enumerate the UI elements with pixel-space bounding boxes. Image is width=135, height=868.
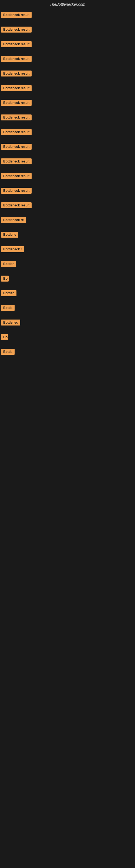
list-item: Bottleneck result	[0, 24, 135, 36]
bottleneck-badge[interactable]: Bottleneck re	[1, 217, 26, 223]
bottleneck-badge[interactable]: Bo	[1, 334, 8, 340]
bottleneck-badge[interactable]: Bottleneck result	[1, 188, 32, 194]
list-item: Bottleneck result	[0, 54, 135, 65]
list-item: Bo	[0, 273, 135, 285]
list-item: Bottleneck result	[0, 10, 135, 21]
list-item: Bottleneck result	[0, 68, 135, 80]
site-title: TheBottlenecker.com	[0, 0, 135, 9]
bottleneck-badge[interactable]: Bottleneck result	[1, 56, 32, 62]
list-item: Bottleneck result	[0, 112, 135, 124]
bottleneck-badge[interactable]: Bottleneck result	[1, 115, 32, 120]
bottleneck-badge[interactable]: Bottleneck result	[1, 203, 32, 208]
list-item: Bottleneck result	[0, 83, 135, 94]
list-item: Bo	[0, 332, 135, 343]
bottleneck-badge[interactable]: Bottleneck result	[1, 12, 32, 18]
list-item: Bottle	[0, 347, 135, 358]
bottleneck-badge[interactable]: Bottle	[1, 305, 14, 311]
list-item: Bottleneck result	[0, 39, 135, 51]
list-item: Bottleneck result	[0, 186, 135, 197]
bottleneck-badge[interactable]: Bottleneck result	[1, 173, 32, 179]
bottleneck-badge[interactable]: Bottleneck result	[1, 158, 32, 164]
list-item: Bottleneck result	[0, 98, 135, 109]
list-item: Bottle	[0, 303, 135, 314]
bottleneck-badge[interactable]: Bottler	[1, 261, 16, 267]
bottleneck-badge[interactable]: Bottleneck result	[1, 85, 32, 91]
bottleneck-badge[interactable]: Bo	[1, 276, 9, 282]
list-item: Bottleneck result	[0, 200, 135, 212]
list-item: Bottlenec	[0, 317, 135, 329]
bottleneck-badge[interactable]: Bottleneck r	[1, 246, 24, 252]
bottleneck-badge[interactable]: Bottlenec	[1, 319, 20, 326]
list-item: Bottleneck result	[0, 142, 135, 153]
list-item: Bottlen	[0, 288, 135, 300]
list-item: Bottleneck result	[0, 171, 135, 182]
bottleneck-badge[interactable]: Bottlene	[1, 231, 18, 238]
list-item: Bottlene	[0, 229, 135, 241]
bottleneck-badge[interactable]: Bottle	[1, 349, 14, 355]
bottleneck-badge[interactable]: Bottleneck result	[1, 27, 32, 33]
bottleneck-badge[interactable]: Bottleneck result	[1, 70, 32, 76]
list-item: Bottler	[0, 259, 135, 270]
bottleneck-badge[interactable]: Bottleneck result	[1, 100, 32, 106]
list-item: Bottleneck r	[0, 244, 135, 255]
bottleneck-badge[interactable]: Bottleneck result	[1, 129, 32, 135]
bottleneck-list: Bottleneck resultBottleneck resultBottle…	[0, 9, 135, 362]
bottleneck-badge[interactable]: Bottlen	[1, 290, 16, 296]
list-item: Bottleneck result	[0, 127, 135, 138]
list-item: Bottleneck result	[0, 156, 135, 167]
site-title-container: TheBottlenecker.com	[0, 0, 135, 9]
bottleneck-badge[interactable]: Bottleneck result	[1, 41, 32, 47]
list-item: Bottleneck re	[0, 215, 135, 226]
bottleneck-badge[interactable]: Bottleneck result	[1, 144, 32, 150]
